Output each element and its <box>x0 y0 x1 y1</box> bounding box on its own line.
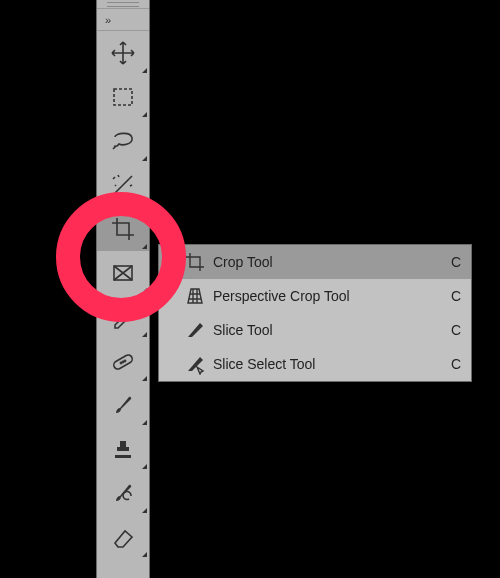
magic-wand-icon <box>109 171 137 199</box>
svg-point-5 <box>122 361 123 362</box>
flyout-label: Slice Select Tool <box>209 356 443 372</box>
clone-stamp-tool[interactable] <box>97 427 149 471</box>
brush-icon <box>109 391 137 419</box>
marquee-icon <box>109 83 137 111</box>
bandage-icon <box>109 347 137 375</box>
crop-tool-flyout: Crop Tool C Perspective Crop Tool C Slic… <box>158 244 472 382</box>
crop-icon <box>109 215 137 243</box>
svg-point-3 <box>120 362 121 363</box>
flyout-shortcut: C <box>443 254 461 270</box>
frame-tool[interactable] <box>97 251 149 295</box>
quick-selection-tool[interactable] <box>97 163 149 207</box>
flyout-item-slice-select[interactable]: Slice Select Tool C <box>159 347 471 381</box>
eyedropper-icon <box>109 303 137 331</box>
flyout-shortcut: C <box>443 288 461 304</box>
slice-select-icon <box>181 353 209 375</box>
eraser-tool[interactable] <box>97 515 149 559</box>
history-brush-icon <box>109 479 137 507</box>
history-brush-tool[interactable] <box>97 471 149 515</box>
flyout-shortcut: C <box>443 356 461 372</box>
flyout-label: Slice Tool <box>209 322 443 338</box>
move-tool[interactable] <box>97 31 149 75</box>
flyout-shortcut: C <box>443 322 461 338</box>
expand-panel-button[interactable]: » <box>97 9 149 31</box>
svg-rect-0 <box>114 89 132 105</box>
chevron-right-double-icon: » <box>105 14 109 26</box>
stamp-icon <box>109 435 137 463</box>
eyedropper-tool[interactable] <box>97 295 149 339</box>
lasso-tool[interactable] <box>97 119 149 163</box>
flyout-item-perspective-crop[interactable]: Perspective Crop Tool C <box>159 279 471 313</box>
svg-point-4 <box>124 360 125 361</box>
perspective-crop-icon <box>181 285 209 307</box>
flyout-item-slice[interactable]: Slice Tool C <box>159 313 471 347</box>
tools-panel: » <box>96 0 150 578</box>
brush-tool[interactable] <box>97 383 149 427</box>
eraser-icon <box>109 523 137 551</box>
move-icon <box>109 39 137 67</box>
crop-icon <box>181 251 209 273</box>
selected-indicator <box>165 259 181 265</box>
slice-icon <box>181 319 209 341</box>
lasso-icon <box>109 127 137 155</box>
spot-healing-brush-tool[interactable] <box>97 339 149 383</box>
flyout-label: Crop Tool <box>209 254 443 270</box>
flyout-label: Perspective Crop Tool <box>209 288 443 304</box>
frame-icon <box>109 259 137 287</box>
panel-drag-handle[interactable] <box>97 0 149 9</box>
crop-tool[interactable] <box>97 207 149 251</box>
flyout-item-crop[interactable]: Crop Tool C <box>159 245 471 279</box>
rectangular-marquee-tool[interactable] <box>97 75 149 119</box>
